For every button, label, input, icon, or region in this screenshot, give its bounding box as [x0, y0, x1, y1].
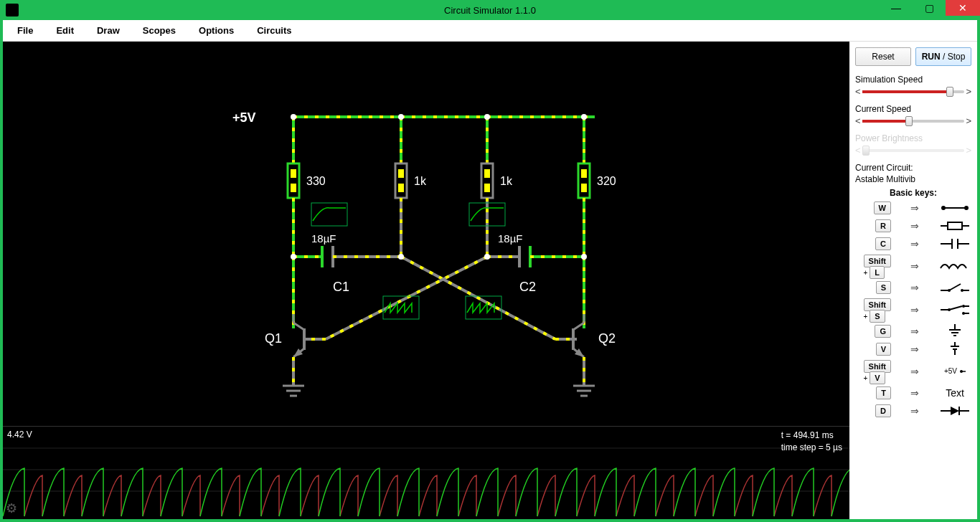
svg-text:320: 320: [597, 175, 616, 187]
basic-keys-title: Basic keys:: [855, 188, 971, 198]
resistor-icon: [938, 219, 971, 233]
text-icon: Text: [938, 386, 971, 400]
svg-rect-82: [311, 203, 347, 226]
key-row-shift-s[interactable]: Shift+ S ⇒: [855, 298, 971, 321]
svg-line-60: [573, 323, 584, 330]
svg-point-102: [964, 206, 969, 210]
svg-point-78: [291, 254, 296, 260]
arrow-right-icon: ⇒: [910, 220, 919, 232]
menu-scopes[interactable]: Scopes: [136, 22, 183, 39]
svg-rect-18: [484, 184, 490, 192]
switch-open-icon: [938, 280, 971, 295]
scope-time-info: t = 494.91 ms time step = 5 µs: [781, 430, 842, 454]
chevron-right-icon[interactable]: >: [966, 86, 971, 97]
svg-rect-17: [484, 169, 490, 178]
slider-0[interactable]: Simulation Speed < >: [855, 75, 971, 97]
arrow-right-icon: ⇒: [910, 238, 919, 250]
close-button[interactable]: ✕: [946, 0, 980, 16]
key-row-t[interactable]: T ⇒ Text: [855, 386, 971, 400]
diode-icon: [938, 404, 971, 418]
svg-line-55: [293, 323, 304, 330]
svg-point-81: [581, 254, 587, 260]
app-icon: [6, 4, 19, 16]
arrow-right-icon: ⇒: [910, 366, 919, 377]
arrow-right-icon: ⇒: [910, 304, 919, 315]
window-title: Circuit Simulator 1.1.0: [444, 5, 536, 16]
menu-circuits[interactable]: Circuits: [250, 22, 298, 39]
capacitor-icon: [938, 237, 971, 251]
chevron-left-icon[interactable]: <: [855, 115, 861, 126]
reset-button[interactable]: Reset: [855, 47, 911, 66]
scope-panel[interactable]: 4.42 V t = 494.91 ms time step = 5 µs ⚙: [3, 426, 849, 519]
ground-icon: [938, 324, 971, 338]
svg-rect-13: [395, 163, 407, 198]
key-row-s[interactable]: S ⇒: [855, 280, 971, 295]
dc-source-icon: +5V: [938, 364, 971, 379]
key-row-c[interactable]: C ⇒: [855, 237, 971, 251]
slider-2[interactable]: Power Brightness < >: [855, 133, 971, 156]
svg-rect-16: [481, 163, 493, 198]
menu-edit[interactable]: Edit: [49, 22, 81, 39]
minimize-button[interactable]: —: [880, 0, 913, 16]
slider-1[interactable]: Current Speed < >: [855, 104, 971, 126]
key-row-r[interactable]: R ⇒: [855, 219, 971, 233]
svg-point-80: [484, 254, 490, 260]
titlebar: Circuit Simulator 1.1.0 — ▢ ✕: [0, 0, 980, 20]
inductor-icon: [938, 259, 971, 273]
current-circuit-label: Current Circuit: Astable Multivib: [855, 163, 971, 185]
svg-text:C1: C1: [333, 280, 349, 294]
arrow-right-icon: ⇒: [910, 202, 919, 214]
arrow-right-icon: ⇒: [910, 387, 919, 399]
key-row-w[interactable]: W ⇒: [855, 201, 971, 215]
chevron-right-icon[interactable]: >: [966, 115, 971, 126]
svg-point-76: [484, 114, 490, 120]
arrow-right-icon: ⇒: [910, 260, 919, 272]
svg-rect-21: [581, 184, 587, 192]
svg-point-77: [581, 114, 587, 120]
svg-point-75: [398, 114, 404, 120]
svg-rect-12: [291, 184, 296, 192]
arrow-right-icon: ⇒: [910, 343, 919, 355]
key-row-shift-l[interactable]: Shift+ L ⇒: [855, 255, 971, 277]
key-row-shift-v[interactable]: Shift+ V ⇒ +5V: [855, 360, 971, 382]
chevron-left-icon[interactable]: <: [855, 145, 861, 156]
chevron-left-icon[interactable]: <: [855, 86, 861, 97]
svg-line-112: [949, 284, 961, 290]
maximize-button[interactable]: ▢: [913, 0, 946, 16]
menu-options[interactable]: Options: [192, 22, 241, 39]
svg-text:18µF: 18µF: [498, 232, 523, 245]
circuit-canvas[interactable]: +5V 330 1k 1k 320 18µF 18µF C1 C2 Q1 Q2: [3, 42, 849, 519]
wire-icon: [938, 201, 971, 215]
key-row-d[interactable]: D ⇒: [855, 404, 971, 418]
menu-file[interactable]: File: [10, 22, 40, 39]
key-row-v[interactable]: V ⇒: [855, 342, 971, 356]
svg-rect-104: [948, 222, 962, 229]
arrow-right-icon: ⇒: [910, 405, 919, 417]
svg-text:1k: 1k: [500, 175, 513, 187]
scope-waveform: [3, 427, 849, 519]
svg-text:C2: C2: [519, 280, 536, 294]
circuit-diagram: +5V 330 1k 1k 320 18µF 18µF C1 C2 Q1 Q2: [3, 42, 849, 429]
chevron-right-icon[interactable]: >: [966, 145, 971, 156]
switch-closed-icon: [938, 303, 971, 317]
svg-rect-10: [288, 163, 299, 198]
svg-rect-14: [398, 169, 404, 178]
gear-icon[interactable]: ⚙: [6, 500, 17, 516]
voltage-icon: [938, 342, 971, 356]
svg-text:18µF: 18µF: [311, 232, 336, 245]
key-row-g[interactable]: G ⇒: [855, 324, 971, 338]
svg-line-117: [949, 306, 962, 310]
svg-rect-11: [291, 169, 296, 178]
run-stop-button[interactable]: RUN / Stop: [915, 47, 971, 66]
scope-voltage-label: 4.42 V: [7, 430, 32, 440]
arrow-right-icon: ⇒: [910, 282, 919, 293]
svg-point-79: [398, 254, 404, 260]
svg-text:Q2: Q2: [598, 331, 616, 346]
svg-marker-133: [951, 407, 959, 415]
arrow-right-icon: ⇒: [910, 326, 919, 337]
svg-point-74: [291, 114, 296, 120]
svg-rect-20: [581, 169, 587, 178]
sidebar: Reset RUN / Stop Simulation Speed < > Cu…: [849, 42, 977, 519]
menu-draw[interactable]: Draw: [90, 22, 127, 39]
menubar: File Edit Draw Scopes Options Circuits: [3, 20, 977, 42]
